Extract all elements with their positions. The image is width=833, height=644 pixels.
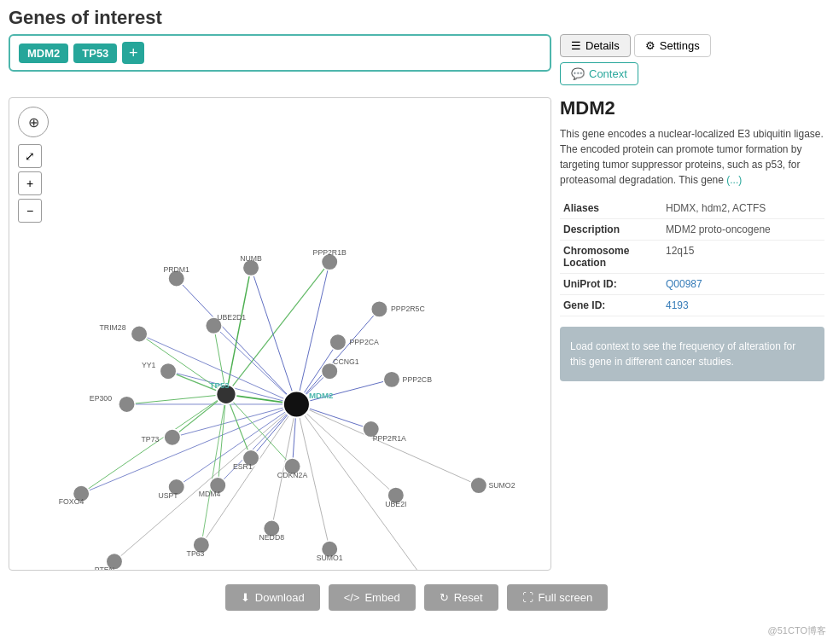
description-label: Description: [560, 219, 662, 241]
svg-text:PRDM1: PRDM1: [163, 265, 189, 274]
more-link[interactable]: (...): [726, 174, 742, 186]
tab-context[interactable]: 💬 Context: [560, 62, 638, 85]
svg-text:PPP2R1A: PPP2R1A: [373, 434, 406, 443]
settings-icon: ⚙: [645, 39, 655, 52]
svg-text:NEDD8: NEDD8: [259, 533, 285, 542]
description-row: Description MDM2 proto-oncogene: [560, 219, 824, 241]
gene-name-title: MDM2: [560, 97, 824, 119]
svg-text:USPT: USPT: [158, 491, 178, 500]
page-title: Genes of interest: [0, 0, 833, 34]
zoom-out-button[interactable]: −: [18, 199, 42, 223]
zoom-in-button[interactable]: +: [18, 171, 42, 195]
svg-text:UBE2D1: UBE2D1: [217, 313, 246, 322]
fullscreen-icon: ⛶: [522, 591, 533, 604]
svg-text:ESR1: ESR1: [233, 462, 253, 471]
reset-button[interactable]: ↻ Reset: [424, 584, 498, 611]
network-nodes[interactable]: PRDM1 NUMB PPP2R1B PPP2R5C PPP2CA CCNG1 …: [59, 248, 516, 570]
embed-icon: </>: [344, 591, 360, 604]
genes-input-bar: MDM2 TP53 +: [9, 34, 551, 72]
geneid-label: Gene ID:: [560, 295, 662, 316]
uniprot-row: UniProt ID: Q00987: [560, 274, 824, 295]
network-graph[interactable]: PRDM1 NUMB PPP2R1B PPP2R5C PPP2CA CCNG1 …: [9, 98, 550, 570]
svg-line-21: [81, 404, 296, 494]
aliases-value: HDMX, hdm2, ACTFS: [662, 198, 824, 219]
svg-line-26: [296, 404, 478, 485]
svg-line-1: [226, 268, 251, 394]
right-panel-tabs: ☰ Details ⚙ Settings 💬 Context: [560, 34, 824, 90]
svg-text:NUMB: NUMB: [240, 254, 262, 263]
svg-line-33: [81, 394, 226, 493]
svg-text:TP63: TP63: [187, 549, 205, 558]
chromosome-value: 12q15: [662, 241, 824, 274]
svg-text:PPP2R1B: PPP2R1B: [313, 248, 347, 257]
svg-text:PTEN: PTEN: [95, 566, 114, 570]
download-button[interactable]: ⬇ Download: [225, 584, 320, 611]
description-value: MDM2 proto-oncogene: [662, 219, 824, 241]
watermark: @51CTO博客: [768, 624, 826, 637]
svg-text:MDM2: MDM2: [309, 391, 334, 400]
node-ppp2ca: [329, 334, 346, 351]
svg-text:FOXO4: FOXO4: [59, 497, 84, 506]
aliases-label: Aliases: [560, 198, 662, 219]
svg-line-36: [201, 394, 226, 545]
node-yy1: [160, 363, 176, 379]
context-message-box: Load context to see the frequency of alt…: [560, 327, 824, 381]
node-ppp2cb: [383, 371, 399, 387]
svg-line-16: [172, 404, 297, 438]
chromosome-row: Chromosome Location 12q15: [560, 241, 824, 274]
svg-text:UBE2I: UBE2I: [385, 500, 406, 508]
svg-line-27: [296, 404, 395, 496]
svg-text:YY1: YY1: [142, 361, 156, 369]
chromosome-label: Chromosome Location: [560, 241, 662, 274]
fit-screen-button[interactable]: ⤢: [18, 144, 42, 168]
details-icon: ☰: [571, 39, 581, 52]
add-gene-button[interactable]: +: [122, 42, 144, 64]
node-ppp2r5c: [371, 301, 387, 317]
bottom-toolbar: ⬇ Download </> Embed ↻ Reset ⛶ Full scre…: [0, 576, 833, 619]
node-tp73: [164, 429, 180, 445]
svg-text:MDM4: MDM4: [199, 490, 221, 498]
fullscreen-button[interactable]: ⛶ Full screen: [507, 584, 609, 611]
svg-text:PPP2CB: PPP2CB: [403, 375, 433, 384]
geneid-row: Gene ID: 4193: [560, 295, 824, 316]
network-container[interactable]: ⊕ ⤢ + −: [9, 97, 551, 571]
gene-tag-mdm2[interactable]: MDM2: [19, 44, 68, 63]
svg-text:EP300: EP300: [90, 394, 112, 403]
reset-icon: ↻: [440, 591, 449, 604]
aliases-row: Aliases HDMX, hdm2, ACTFS: [560, 198, 824, 219]
details-panel: MDM2 This gene encodes a nuclear-localiz…: [560, 97, 824, 571]
svg-text:TP73: TP73: [142, 435, 160, 444]
uniprot-label: UniProt ID:: [560, 274, 662, 295]
svg-line-29: [127, 394, 226, 404]
svg-line-4: [177, 278, 297, 403]
tab-details[interactable]: ☰ Details: [560, 34, 631, 57]
svg-line-32: [218, 394, 226, 485]
svg-text:TP53: TP53: [210, 380, 230, 390]
svg-text:SUMO2: SUMO2: [488, 481, 515, 490]
svg-text:PPP2R5C: PPP2R5C: [391, 305, 425, 313]
svg-text:PPP2CA: PPP2CA: [349, 338, 379, 346]
gene-description: This gene encodes a nuclear-localized E3…: [560, 126, 824, 188]
compass-control[interactable]: ⊕: [18, 107, 49, 137]
node-ep300: [119, 396, 135, 412]
svg-line-5: [251, 268, 296, 404]
geneid-link[interactable]: 4193: [662, 295, 824, 316]
download-icon: ⬇: [241, 591, 250, 604]
embed-button[interactable]: </> Embed: [329, 584, 416, 611]
tab-settings[interactable]: ⚙ Settings: [634, 34, 711, 57]
node-mdm2: [283, 391, 310, 417]
node-trim28: [131, 326, 147, 342]
svg-text:TRIM28: TRIM28: [100, 323, 126, 332]
gene-tag-tp53[interactable]: TP53: [73, 44, 117, 63]
node-sumo2: [470, 477, 486, 493]
svg-text:SUMO1: SUMO1: [317, 554, 343, 562]
uniprot-link[interactable]: Q00987: [662, 274, 824, 295]
context-icon: 💬: [571, 67, 585, 80]
gene-info-table: Aliases HDMX, hdm2, ACTFS Description MD…: [560, 198, 824, 316]
svg-text:CCNG1: CCNG1: [333, 357, 359, 366]
svg-text:CDKN2A: CDKN2A: [277, 471, 308, 479]
